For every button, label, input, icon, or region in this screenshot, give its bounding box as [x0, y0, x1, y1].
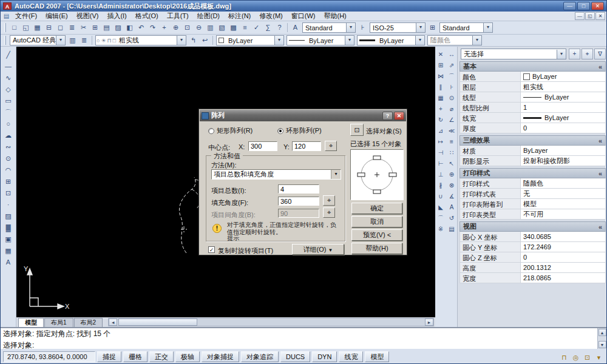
markup-set-manager-icon[interactable]: ✓: [251, 22, 262, 33]
polar-array-radio[interactable]: 环形阵列(P): [277, 126, 322, 135]
center-x-input[interactable]: [248, 141, 277, 151]
break-icon[interactable]: ∦: [436, 180, 446, 191]
undo-icon[interactable]: ↶: [135, 22, 147, 33]
toggle-osnap[interactable]: 对象捕捉: [202, 351, 239, 362]
copy-object-icon[interactable]: ⊞: [436, 60, 446, 71]
rectangular-array-radio[interactable]: 矩形阵列(R): [208, 126, 253, 135]
extend-icon[interactable]: ⊢: [436, 158, 446, 169]
layer-properties-manager-icon[interactable]: ≣: [78, 35, 90, 46]
menu-help[interactable]: 帮助(H): [320, 11, 351, 21]
menu-modify[interactable]: 修改(M): [255, 11, 287, 21]
rotate-items-checkbox[interactable]: ✓: [208, 246, 215, 253]
property-row[interactable]: 厚度 0: [459, 123, 606, 133]
table-style-combo[interactable]: Standard ▾: [439, 22, 493, 33]
make-block-icon[interactable]: ⊡: [2, 187, 14, 199]
gradient-icon[interactable]: ▓: [2, 222, 14, 234]
layer-combo[interactable]: ○☀⊓□ 粗实线 ▾: [95, 35, 186, 46]
property-row[interactable]: 线型比例 1: [459, 103, 606, 113]
dim-linear-icon[interactable]: ↔: [447, 49, 457, 60]
quickcalc-icon[interactable]: ∑: [262, 22, 274, 33]
multiline-text-icon[interactable]: A: [2, 257, 14, 268]
selection-combo[interactable]: 无选择 ▾: [461, 49, 566, 59]
spline-icon[interactable]: ∾: [2, 141, 14, 153]
zoom-previous-icon[interactable]: ⊖: [193, 22, 205, 33]
scrollbar-thumb[interactable]: [118, 318, 197, 326]
toggle-lineweight[interactable]: 线宽: [339, 351, 363, 362]
chamfer-icon[interactable]: ◣: [436, 202, 446, 213]
chevron-down-icon[interactable]: ▾: [345, 36, 354, 45]
quick-dimension-icon[interactable]: ≪: [447, 126, 457, 136]
scroll-down-icon[interactable]: ▼: [599, 341, 606, 348]
child-minimize-button[interactable]: —: [575, 12, 585, 20]
toolbar-grip[interactable]: [4, 36, 6, 45]
copy-icon[interactable]: ⊞: [89, 22, 101, 33]
color-combo[interactable]: ByLayer ▾: [216, 35, 284, 46]
polygon-icon[interactable]: ◇: [2, 84, 14, 95]
property-row[interactable]: 线型 ByLayer: [459, 92, 606, 103]
chevron-down-icon[interactable]: ▾: [177, 36, 186, 45]
line-icon[interactable]: ╱: [2, 49, 14, 61]
method-combo[interactable]: 项目总数和填充角度 ▾: [211, 169, 341, 180]
property-row[interactable]: 材质 ByLayer: [459, 146, 606, 156]
maximize-button[interactable]: □: [577, 2, 590, 10]
publish-icon[interactable]: ≣: [66, 22, 78, 33]
hatch-icon[interactable]: ▨: [2, 211, 14, 222]
dimension-edit-icon[interactable]: ∡: [447, 191, 457, 202]
scale-icon[interactable]: ⊿: [436, 126, 446, 136]
rectangle-icon[interactable]: ▭: [2, 95, 14, 107]
toolbar-grip[interactable]: [4, 23, 6, 32]
toolbar-lock-icon[interactable]: ⊓: [559, 352, 569, 362]
workspaces-icon[interactable]: ▥: [67, 35, 78, 46]
property-row[interactable]: 打印表附着到 模型: [459, 199, 606, 209]
detail-button[interactable]: 详细(O) ▼: [292, 244, 344, 255]
fill-angle-input[interactable]: [278, 197, 319, 206]
dim-diameter-icon[interactable]: ⌀: [447, 104, 457, 115]
sheet-set-manager-icon[interactable]: ≡: [239, 22, 251, 33]
section-header-basic[interactable]: 基本 «: [459, 61, 606, 72]
tolerance-icon[interactable]: ⊕: [447, 169, 457, 180]
dialog-help-icon[interactable]: ?: [382, 112, 393, 120]
tab-layout2[interactable]: 布局2: [74, 318, 103, 327]
menu-tools[interactable]: 工具(T): [163, 11, 193, 21]
join-icon[interactable]: ∪: [436, 191, 446, 202]
section-header-plot-style[interactable]: 打印样式 «: [459, 168, 606, 178]
scroll-left-icon[interactable]: ◄: [109, 318, 117, 326]
collapse-icon[interactable]: «: [599, 170, 602, 177]
open-icon[interactable]: ◱: [20, 22, 32, 33]
text-style-icon[interactable]: A: [290, 22, 301, 33]
total-items-input[interactable]: [278, 184, 319, 194]
property-row[interactable]: 阴影显示 投射和接收阴影: [459, 156, 606, 166]
menu-window[interactable]: 窗口(W): [287, 11, 320, 21]
property-row[interactable]: 圆心 X 坐标 340.0685: [459, 232, 606, 242]
property-row[interactable]: 打印表类型 不可用: [459, 209, 606, 220]
chevron-down-icon[interactable]: ▾: [557, 50, 566, 59]
erase-icon[interactable]: ✕: [436, 49, 446, 60]
menu-insert[interactable]: 插入(I): [103, 11, 131, 21]
document-icon[interactable]: ▤: [2, 13, 11, 19]
toggle-otrack[interactable]: 对象追踪: [241, 351, 279, 362]
chevron-down-icon[interactable]: ▾: [416, 23, 425, 32]
ellipse-arc-icon[interactable]: ◠: [2, 164, 14, 176]
trim-icon[interactable]: ⊣: [436, 147, 446, 158]
preview-button[interactable]: 预览(V) <: [351, 229, 402, 241]
toggle-ducs[interactable]: DUCS: [280, 351, 310, 362]
dimension-text-edit-icon[interactable]: A: [447, 202, 457, 213]
coordinates-readout[interactable]: 270.8740, 93.8604, 0.0000: [3, 351, 95, 362]
property-row[interactable]: 颜色 ByLayer: [459, 72, 606, 82]
select-objects-icon[interactable]: ⌖: [582, 49, 593, 59]
menu-edit[interactable]: 编辑(E): [41, 11, 72, 21]
menu-dimension[interactable]: 标注(N): [224, 11, 255, 21]
zoom-window-icon[interactable]: ⊡: [181, 22, 193, 33]
minimize-button[interactable]: —: [563, 2, 576, 10]
toggle-ortho[interactable]: 正交: [149, 351, 174, 362]
property-row[interactable]: 圆心 Y 坐标 172.2469: [459, 242, 606, 252]
collapse-icon[interactable]: «: [599, 63, 602, 70]
plotstyle-combo[interactable]: 随颜色 ▾: [427, 35, 482, 46]
child-close-button[interactable]: ✕: [595, 12, 605, 20]
make-layer-current-icon[interactable]: ↰: [188, 35, 199, 46]
section-header-view[interactable]: 视图 «: [459, 221, 606, 232]
scroll-up-icon[interactable]: ▲: [599, 329, 606, 336]
toggle-polar[interactable]: 极轴: [175, 351, 200, 362]
command-line-window[interactable]: 选择对象: 指定对角点: 找到 15 个 选择对象: ▲ ▼: [1, 327, 606, 349]
array-icon[interactable]: ▦: [436, 93, 446, 104]
